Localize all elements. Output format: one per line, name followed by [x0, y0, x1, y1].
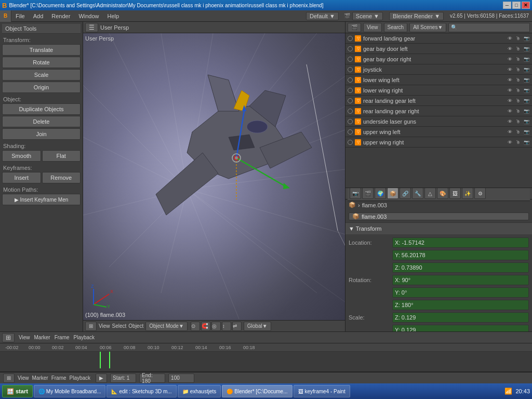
outliner-item-8[interactable]: ▽ underside laser guns 👁 🖱 📷	[345, 116, 532, 127]
viewport-mode-icon[interactable]: ⊞	[85, 322, 97, 331]
outliner-camera-6[interactable]: 📷	[523, 97, 530, 104]
outliner-restrict-2[interactable]: 🖱	[514, 56, 522, 63]
outliner-icon-btn[interactable]: 🎬	[348, 23, 361, 32]
outliner-view-btn[interactable]: View	[363, 23, 382, 32]
outliner-all-scenes-btn[interactable]: All Scenes ▼	[409, 23, 446, 32]
outliner-camera-7[interactable]: 📷	[523, 108, 530, 115]
outliner-item-10[interactable]: ▽ upper wing right 👁 🖱 📷	[345, 137, 532, 148]
prop-tab-particles[interactable]: ✨	[462, 188, 473, 199]
prop-tab-scene[interactable]: 🎬	[362, 188, 374, 199]
prop-tab-modifiers[interactable]: 🔧	[412, 188, 423, 199]
outliner-restrict-8[interactable]: 🖱	[514, 118, 522, 125]
rotate-button[interactable]: Rotate	[2, 57, 81, 68]
prop-scale-x[interactable]: Z: 0.129	[392, 312, 529, 323]
outliner-search-btn[interactable]: Search	[384, 23, 408, 32]
object-mode-select[interactable]: Object Mode ▼	[145, 322, 188, 331]
insert-keyframe-men-button[interactable]: ▶ Insert Keyframe Men	[2, 194, 81, 205]
prop-tab-world[interactable]: 🌍	[375, 188, 386, 199]
prop-tab-material[interactable]: 🎨	[437, 188, 448, 199]
taskbar-item-broadband[interactable]: 🌐 My Mobile Broadband...	[34, 385, 106, 397]
timeline-playback-label[interactable]: Playback	[70, 375, 91, 381]
outliner-item-3[interactable]: ▽ joystick 👁 🖱 📷	[345, 64, 532, 75]
prop-tab-object[interactable]: 📦	[387, 188, 398, 199]
viewport-menu-object[interactable]: Object	[128, 323, 143, 329]
menu-help[interactable]: Help	[103, 12, 124, 20]
timeline-view-label[interactable]: View	[18, 375, 29, 381]
outliner-eye-6[interactable]: 👁	[506, 97, 513, 104]
outliner-restrict-6[interactable]: 🖱	[514, 97, 522, 104]
transform-icon[interactable]: ↕	[222, 322, 231, 331]
timeline-play-icon[interactable]: ⊞	[3, 374, 15, 383]
prop-loc-y[interactable]: Y: 56.20178	[392, 250, 529, 260]
remove-keyframe-button[interactable]: Remove	[42, 172, 81, 183]
outliner-eye-10[interactable]: 👁	[506, 139, 513, 146]
outliner-restrict-9[interactable]: 🖱	[514, 128, 522, 136]
prop-transform-header[interactable]: ▼ Transform	[345, 223, 532, 234]
viewport-menu-select[interactable]: Select	[112, 323, 127, 329]
pivot-select[interactable]: Global ▼	[244, 322, 271, 331]
layout-select[interactable]: Default ▼	[306, 12, 339, 20]
menu-render[interactable]: Render	[47, 12, 74, 20]
outliner-item-1[interactable]: ▽ gear bay door left 👁 🖱 📷	[345, 44, 532, 54]
outliner-eye-7[interactable]: 👁	[506, 108, 513, 115]
viewport-canvas[interactable]: X Y Z User Persp (100) flame.003	[83, 33, 345, 320]
renderer-select[interactable]: Blender Render ▼	[389, 12, 444, 20]
outliner-camera-5[interactable]: 📷	[523, 87, 530, 94]
pivot-icon[interactable]: ⊙	[191, 322, 200, 331]
outliner-restrict-7[interactable]: 🖱	[514, 108, 522, 115]
outliner-item-2[interactable]: ▽ gear bay door right 👁 🖱 📷	[345, 54, 532, 64]
smooth-button[interactable]: Smooth	[2, 150, 41, 162]
scale-button[interactable]: Scale	[2, 69, 81, 81]
prop-tab-texture[interactable]: 🖼	[449, 188, 461, 199]
outliner-eye-9[interactable]: 👁	[506, 128, 513, 136]
menu-file[interactable]: File	[11, 12, 29, 20]
outliner-camera-0[interactable]: 📷	[523, 35, 530, 42]
outliner-item-0[interactable]: ▽ forward landing gear 👁 🖱 📷	[345, 33, 532, 44]
timeline-frame-label[interactable]: Frame	[51, 375, 66, 381]
taskbar-item-paint[interactable]: 🖼 keyframe4 - Paint	[294, 385, 350, 397]
taskbar-item-exhaustjets[interactable]: 📁 exhaustjets	[178, 385, 221, 397]
timeline-frame-field[interactable]: 100	[168, 374, 194, 383]
scene-select[interactable]: Scene ▼	[352, 12, 383, 20]
prop-tab-data[interactable]: △	[424, 188, 436, 199]
mirror-icon[interactable]: ⇌	[232, 322, 242, 331]
outliner-camera-9[interactable]: 📷	[523, 128, 530, 136]
insert-keyframe-button[interactable]: Insert	[2, 172, 41, 183]
outliner-camera-10[interactable]: 📷	[523, 139, 530, 146]
outliner-item-9[interactable]: ▽ upper wing left 👁 🖱 📷	[345, 127, 532, 137]
outliner-item-6[interactable]: ▽ rear landing gear left 👁 🖱 📷	[345, 96, 532, 106]
timeline-menu-frame[interactable]: Frame	[55, 335, 70, 340]
delete-button[interactable]: Delete	[2, 116, 81, 127]
timeline-tracks[interactable]	[0, 352, 532, 368]
outliner-item-5[interactable]: ▽ lower wing right 👁 🖱 📷	[345, 85, 532, 96]
menu-add[interactable]: Add	[29, 12, 48, 20]
prop-rot-y[interactable]: Y: 0°	[392, 287, 529, 298]
outliner-restrict-5[interactable]: 🖱	[514, 87, 522, 94]
outliner-eye-1[interactable]: 👁	[506, 45, 513, 52]
outliner-camera-2[interactable]: 📷	[523, 56, 530, 63]
prop-tab-physics[interactable]: ⚙	[474, 188, 486, 199]
origin-button[interactable]: Origin	[2, 82, 81, 93]
duplicate-objects-button[interactable]: Duplicate Objects	[2, 103, 81, 115]
outliner-camera-1[interactable]: 📷	[523, 45, 530, 52]
outliner-restrict-10[interactable]: 🖱	[514, 139, 522, 146]
window-controls[interactable]: ─ □ ✕	[503, 2, 530, 9]
outliner-eye-8[interactable]: 👁	[506, 118, 513, 125]
timeline-end-field[interactable]: End: 180	[139, 374, 165, 383]
minimize-button[interactable]: ─	[503, 2, 511, 9]
outliner-camera-4[interactable]: 📷	[523, 76, 530, 84]
prop-rot-z[interactable]: Z: 180°	[392, 300, 529, 310]
outliner-eye-4[interactable]: 👁	[506, 76, 513, 84]
outliner-search-input[interactable]	[448, 23, 530, 32]
menu-window[interactable]: Window	[74, 12, 103, 20]
proportional-icon[interactable]: ◎	[211, 322, 221, 331]
outliner-restrict-0[interactable]: 🖱	[514, 35, 522, 42]
outliner-restrict-1[interactable]: 🖱	[514, 45, 522, 52]
outliner-item-7[interactable]: ▽ rear landing gear right 👁 🖱 📷	[345, 106, 532, 116]
taskbar-item-blender[interactable]: 🟠 Blender* [C:\Docume...	[222, 385, 292, 397]
outliner-eye-2[interactable]: 👁	[506, 56, 513, 63]
join-button[interactable]: Join	[2, 128, 81, 140]
prop-tab-render[interactable]: 📷	[350, 188, 361, 199]
prop-scale-y[interactable]: Y: 0.129	[392, 325, 529, 331]
outliner-item-4[interactable]: ▽ lower wing left 👁 🖱 📷	[345, 75, 532, 85]
